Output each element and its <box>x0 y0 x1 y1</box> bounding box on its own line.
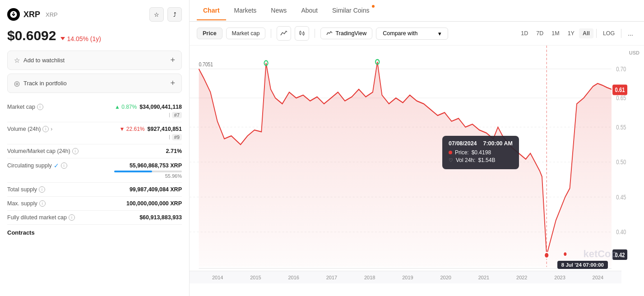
tabs-bar: Chart Markets News About Similar Coins <box>190 0 644 22</box>
market-cap-change: ▲ 0.87% <box>115 104 137 110</box>
volume-row: Volume (24h) i › ▼ 22.61% $927,410,851 |… <box>7 122 182 144</box>
svg-rect-3 <box>303 32 304 35</box>
contracts-label: Contracts <box>7 229 182 236</box>
circ-supply-row: Circulating supply ✓ i 55,960,868,753 XR… <box>7 158 182 183</box>
total-supply-value: 99,987,409,084 XRP <box>130 186 182 193</box>
price-button[interactable]: Price <box>197 28 222 39</box>
coin-header: XRP XRP ☆ ⤴ <box>7 7 182 22</box>
total-supply-row: Total supply i 99,987,409,084 XRP <box>7 183 182 197</box>
coin-logo <box>7 8 20 21</box>
svg-text:0.70: 0.70 <box>616 65 626 73</box>
watchlist-star-button[interactable]: ☆ <box>149 7 164 22</box>
fully-diluted-info[interactable]: i <box>69 214 75 221</box>
chart-timestamp: 8 Jul '24 07:00:00 <box>557 261 608 269</box>
circ-supply-value: 55,960,868,753 XRP <box>130 162 182 169</box>
plus-icon-2: + <box>170 79 175 88</box>
price-value: $0.6092 <box>7 28 56 43</box>
coin-identity: XRP XRP <box>7 8 58 21</box>
candle-chart-icon-button[interactable] <box>295 26 309 41</box>
divider-3 <box>596 29 597 38</box>
volume-label: Volume (24h) i › <box>7 126 52 132</box>
volume-value-col: ▼ 22.61% $927,410,851 | #9 <box>120 126 182 140</box>
max-supply-row: Max. supply i 100,000,000,000 XRP <box>7 197 182 211</box>
coin-ticker: XRP <box>46 11 58 18</box>
stats-section: Market cap i ▲ 0.87% $34,090,441,118 | #… <box>7 100 182 225</box>
market-cap-value: $34,090,441,118 <box>139 104 182 110</box>
time-all-button[interactable]: All <box>579 28 593 38</box>
right-panel: Chart Markets News About Similar Coins P… <box>190 0 644 296</box>
fully-diluted-value: $60,913,883,933 <box>139 214 182 221</box>
log-button[interactable]: LOG <box>599 28 618 38</box>
max-supply-info[interactable]: i <box>39 200 46 207</box>
svg-rect-0 <box>300 32 301 34</box>
price-row: $0.6092 14.05% (1y) <box>7 28 182 43</box>
volume-chevron-icon[interactable]: › <box>51 126 52 132</box>
market-cap-row: Market cap i ▲ 0.87% $34,090,441,118 | #… <box>7 100 182 122</box>
svg-text:0.61: 0.61 <box>615 86 625 94</box>
tab-similar-coins[interactable]: Similar Coins <box>326 1 375 20</box>
portfolio-label: Track in portfolio <box>23 80 67 87</box>
svg-text:0.7051: 0.7051 <box>199 61 213 67</box>
coin-name: XRP <box>23 10 40 19</box>
share-button[interactable]: ⤴ <box>167 7 182 22</box>
tab-markets[interactable]: Markets <box>228 1 263 20</box>
divider-1 <box>271 29 271 38</box>
price-change: 14.05% (1y) <box>60 35 101 42</box>
vol-market-cap-info[interactable]: i <box>72 148 79 154</box>
svg-text:0.42: 0.42 <box>615 251 625 259</box>
svg-text:0.50: 0.50 <box>616 158 626 166</box>
fully-diluted-label: Fully diluted market cap i <box>7 214 75 221</box>
circ-supply-pct: 55.96% <box>114 173 182 179</box>
tab-news[interactable]: News <box>264 1 293 20</box>
svg-point-16 <box>544 252 549 258</box>
watchlist-label: Add to watchlist <box>23 57 65 64</box>
chart-controls: Price Market cap TradingView Compare wit… <box>190 22 644 46</box>
portfolio-icon: ◎ <box>14 79 20 88</box>
more-options-button[interactable]: ... <box>624 28 637 39</box>
fully-diluted-row: Fully diluted market cap i $60,913,883,9… <box>7 211 182 225</box>
compare-with-button[interactable]: Compare with ▾ <box>376 28 448 40</box>
all-time-x-axis: 2014 2015 2016 2017 2018 2019 2020 2021 … <box>190 271 621 283</box>
track-portfolio-button[interactable]: ◎ Track in portfolio + <box>7 74 182 93</box>
market-cap-button[interactable]: Market cap <box>226 28 266 39</box>
svg-text:0.65: 0.65 <box>616 94 626 102</box>
line-chart-icon-button[interactable] <box>277 26 291 41</box>
volume-info-icon[interactable]: i <box>42 126 49 132</box>
time-1m-button[interactable]: 1M <box>548 28 563 38</box>
max-supply-label: Max. supply i <box>7 200 46 207</box>
circ-supply-value-col: 55,960,868,753 XRP 55.96% <box>114 162 182 179</box>
total-supply-info[interactable]: i <box>39 186 45 193</box>
star-icon: ☆ <box>14 56 20 65</box>
market-cap-rank: #7 <box>172 112 182 118</box>
divider-2 <box>315 29 315 38</box>
chevron-down-icon: ▾ <box>438 30 441 37</box>
svg-text:0.55: 0.55 <box>616 124 626 131</box>
tab-about[interactable]: About <box>295 1 324 20</box>
market-cap-label: Market cap i <box>7 104 43 110</box>
circ-supply-progress <box>114 171 182 172</box>
time-1d-button[interactable]: 1D <box>517 28 532 38</box>
svg-text:0.45: 0.45 <box>616 193 626 201</box>
add-to-watchlist-button[interactable]: ☆ Add to watchlist + <box>7 51 182 70</box>
circ-supply-progress-fill <box>114 171 152 172</box>
volume-value: $927,410,851 <box>148 126 182 132</box>
circ-supply-info[interactable]: i <box>61 162 67 169</box>
svg-rect-34 <box>199 268 612 268</box>
down-arrow-icon <box>60 37 65 40</box>
chart-area: USD <box>190 46 644 296</box>
time-7d-button[interactable]: 7D <box>533 28 547 38</box>
time-1y-button[interactable]: 1Y <box>564 28 578 38</box>
tradingview-button[interactable]: TradingView <box>320 28 372 39</box>
circ-supply-label: Circulating supply ✓ i <box>7 162 67 169</box>
similar-coins-dot <box>372 5 375 8</box>
total-supply-label: Total supply i <box>7 186 45 193</box>
market-cap-info-icon[interactable]: i <box>37 104 43 110</box>
vol-market-cap-row: Volume/Market cap (24h) i 2.71% <box>7 144 182 158</box>
divider-4 <box>621 29 621 38</box>
volume-change: ▼ 22.61% <box>120 126 145 132</box>
tab-chart[interactable]: Chart <box>197 1 226 20</box>
svg-point-32 <box>563 252 567 256</box>
volume-rank: #9 <box>172 134 182 140</box>
time-buttons: 1D 7D 1M 1Y All LOG ... <box>517 28 637 39</box>
vol-market-cap-label: Volume/Market cap (24h) i <box>7 148 79 154</box>
